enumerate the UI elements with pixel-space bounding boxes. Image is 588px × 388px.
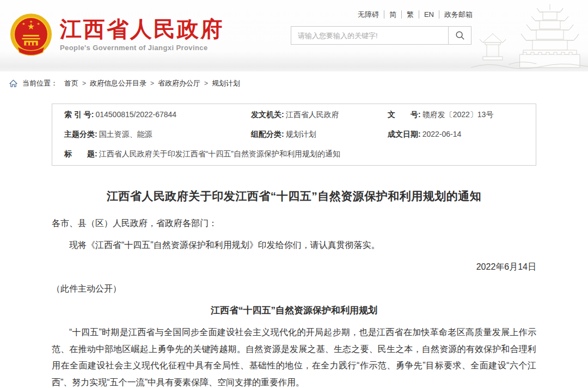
meta-index-number: 索 引 号: 014500815/2022-67844 <box>52 110 251 120</box>
meta-label: 标 题: <box>64 149 97 159</box>
meta-label: 索 引 号: <box>64 110 94 120</box>
document-content: 索 引 号: 014500815/2022-67844 发文机关: 江西省人民政… <box>52 104 536 388</box>
meta-row: 标 题: 江西省人民政府关于印发江西省“十四五”自然资源保护和利用规划的通知 <box>52 144 536 164</box>
breadcrumb-separator: > <box>82 80 86 87</box>
meta-row: 索 引 号: 014500815/2022-67844 发文机关: 江西省人民政… <box>52 105 536 125</box>
meta-document-number: 文 号: 赣府发〔2022〕13号 <box>388 110 536 120</box>
plan-body-paragraph: “十四五”时期是江西省与全国同步全面建设社会主义现代化的开局起步期，也是江西省在… <box>52 324 536 388</box>
document-issuance-paragraph: 现将《江西省“十四五”自然资源保护和利用规划》印发给你们，请认真贯彻落实。 <box>52 234 536 256</box>
header-right: 无障碍简繁EN政务邮箱 <box>291 10 471 45</box>
meta-document-title: 标 题: 江西省人民政府关于印发江西省“十四五”自然资源保护和利用规划的通知 <box>52 149 536 159</box>
meta-value: 2022-06-14 <box>422 130 462 138</box>
meta-label: 发文机关: <box>251 110 284 120</box>
national-emblem-logo: ★ ★ ★ ★ <box>10 13 52 56</box>
meta-value: 江西省人民政府关于印发江西省“十四五”自然资源保护和利用规划的通知 <box>99 149 340 159</box>
document-meta-table: 索 引 号: 014500815/2022-67844 发文机关: 江西省人民政… <box>52 104 536 166</box>
meta-topic-category: 主题分类: 国土资源、能源 <box>52 130 251 140</box>
document-disclosure-note: （此件主动公开） <box>52 278 536 300</box>
meta-value: 江西省人民政府 <box>286 110 339 120</box>
top-link-accessibility[interactable]: 无障碍 <box>353 10 384 19</box>
top-link-gov-mail[interactable]: 政务邮箱 <box>439 10 473 19</box>
meta-value: 赣府发〔2022〕13号 <box>422 110 494 120</box>
meta-row: 主题分类: 国土资源、能源 组配分类: 规划计划 成文日期: 2022-06-1… <box>52 125 536 144</box>
page: ★ ★ ★ ★ 江西省人民政府 People's Government of J… <box>0 0 588 388</box>
home-icon[interactable] <box>9 80 17 87</box>
top-link-traditional[interactable]: 繁 <box>402 10 419 19</box>
site-header: ★ ★ ★ ★ 江西省人民政府 People's Government of J… <box>0 0 588 71</box>
search-box <box>291 26 471 45</box>
meta-label: 组配分类: <box>251 130 284 140</box>
breadcrumb-item-home[interactable]: 首页 <box>64 78 78 88</box>
brand-text: 江西省人民政府 People's Government of Jiangxi P… <box>60 17 224 52</box>
meta-group-category: 组配分类: 规划计划 <box>251 130 388 140</box>
meta-label: 主题分类: <box>64 130 97 140</box>
plan-subtitle: 江西省“十四五”自然资源保护和利用规划 <box>52 300 536 322</box>
meta-value: 014500815/2022-67844 <box>95 110 176 119</box>
breadcrumb-separator: > <box>150 80 154 87</box>
breadcrumb-item-info-catalog[interactable]: 政府信息公开目录 <box>90 78 146 88</box>
meta-value: 规划计划 <box>286 130 316 140</box>
breadcrumb-label: 当前位置： <box>22 78 58 88</box>
breadcrumb: 当前位置： 首页 > 政府信息公开目录 > 省政府办公厅 > 规划计划 <box>0 71 588 95</box>
svg-text:★: ★ <box>27 22 35 31</box>
meta-issue-date: 成文日期: 2022-06-14 <box>388 130 536 140</box>
svg-text:★: ★ <box>22 22 25 26</box>
meta-issuing-agency: 发文机关: 江西省人民政府 <box>251 110 388 120</box>
breadcrumb-separator: > <box>204 80 208 87</box>
meta-label: 文 号: <box>388 110 421 120</box>
brand[interactable]: ★ ★ ★ ★ 江西省人民政府 People's Government of J… <box>10 13 224 56</box>
search-icon <box>455 31 465 40</box>
document-salutation: 各市、县（区）人民政府，省政府各部门： <box>52 213 536 234</box>
document-title: 江西省人民政府关于印发江西省“十四五”自然资源保护和利用规划的通知 <box>52 189 536 204</box>
document-date: 2022年6月14日 <box>52 256 536 278</box>
meta-label: 成文日期: <box>388 130 421 140</box>
top-link-english[interactable]: EN <box>419 10 439 19</box>
search-input[interactable] <box>291 27 448 44</box>
site-title: 江西省人民政府 <box>60 17 224 41</box>
breadcrumb-item-general-office[interactable]: 省政府办公厅 <box>158 78 200 88</box>
top-links: 无障碍简繁EN政务邮箱 <box>291 10 473 20</box>
svg-text:★: ★ <box>29 20 33 23</box>
breadcrumb-item-plans[interactable]: 规划计划 <box>212 78 240 88</box>
pagoda-illustration <box>471 0 588 71</box>
meta-value: 国土资源、能源 <box>99 130 152 140</box>
search-button[interactable] <box>448 27 471 44</box>
top-link-simplified[interactable]: 简 <box>384 10 402 19</box>
site-title-en: People's Government of Jiangxi Province <box>60 44 224 52</box>
svg-text:★: ★ <box>37 22 40 26</box>
